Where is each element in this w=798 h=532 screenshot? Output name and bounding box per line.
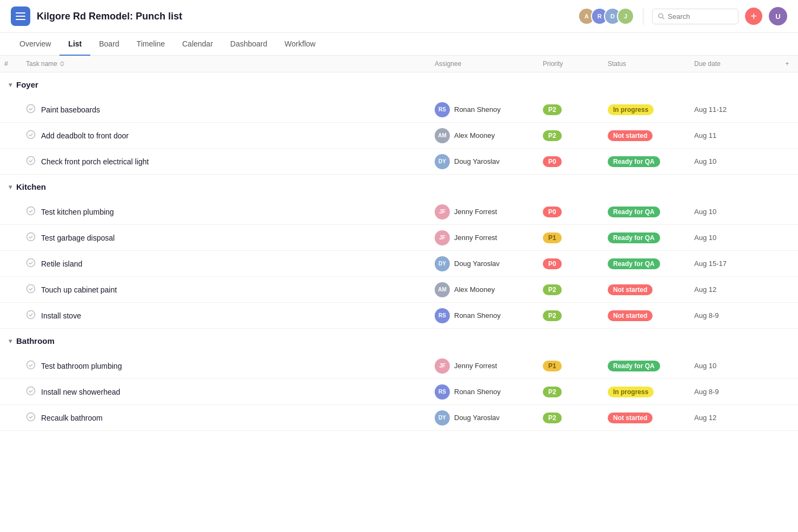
due-date: Aug 12 bbox=[690, 414, 776, 422]
status-badge[interactable]: Not started bbox=[608, 413, 653, 423]
check-icon[interactable] bbox=[26, 206, 36, 218]
check-icon[interactable] bbox=[26, 284, 36, 296]
priority-badge[interactable]: P2 bbox=[543, 310, 562, 321]
task-name: Install stove bbox=[41, 311, 81, 320]
status-badge[interactable]: Ready for QA bbox=[608, 156, 660, 167]
section-header-kitchen[interactable]: ▾Kitchen bbox=[0, 175, 798, 199]
assignee-avatar: AM bbox=[435, 128, 450, 143]
nav-tab-calendar[interactable]: Calendar bbox=[174, 33, 222, 56]
assignee-name: Doug Yaroslav bbox=[454, 414, 500, 422]
status-badge[interactable]: Not started bbox=[608, 310, 653, 321]
table-header: # Task name Assignee Priority Status Due… bbox=[0, 56, 798, 72]
section-header-bathroom[interactable]: ▾Bathroom bbox=[0, 329, 798, 353]
assignee-name: Doug Yaroslav bbox=[454, 157, 500, 165]
top-bar: Kilgore Rd Remodel: Punch list A R D J +… bbox=[0, 0, 798, 33]
col-priority: Priority bbox=[538, 60, 603, 68]
priority-badge[interactable]: P2 bbox=[543, 104, 562, 115]
priority-cell: P2 bbox=[538, 413, 603, 423]
col-add[interactable]: + bbox=[776, 60, 798, 68]
nav-tab-board[interactable]: Board bbox=[90, 33, 128, 56]
priority-badge[interactable]: P1 bbox=[543, 361, 562, 371]
check-icon[interactable] bbox=[26, 360, 36, 372]
priority-cell: P2 bbox=[538, 104, 603, 115]
due-date: Aug 12 bbox=[690, 285, 776, 294]
svg-point-8 bbox=[27, 207, 35, 215]
priority-badge[interactable]: P2 bbox=[543, 284, 562, 295]
task-name-cell: Test garbage disposal bbox=[22, 232, 430, 244]
priority-badge[interactable]: P1 bbox=[543, 232, 562, 243]
nav-tab-timeline[interactable]: Timeline bbox=[128, 33, 174, 56]
status-badge[interactable]: Not started bbox=[608, 284, 653, 295]
svg-point-12 bbox=[27, 310, 35, 318]
avatar-4[interactable]: J bbox=[617, 8, 634, 25]
check-icon[interactable] bbox=[26, 258, 36, 270]
assignee-name: Alex Mooney bbox=[454, 285, 495, 294]
check-icon[interactable] bbox=[26, 386, 36, 398]
status-badge[interactable]: In progress bbox=[608, 387, 654, 397]
search-input[interactable] bbox=[668, 12, 733, 21]
task-name-cell: Recaulk bathroom bbox=[22, 412, 430, 424]
task-name: Test kitchen plumbing bbox=[41, 208, 114, 216]
due-date: Aug 10 bbox=[690, 234, 776, 242]
assignee-avatar: JF bbox=[435, 204, 450, 220]
priority-badge[interactable]: P2 bbox=[543, 387, 562, 397]
task-name-cell: Test kitchen plumbing bbox=[22, 206, 430, 218]
priority-badge[interactable]: P0 bbox=[543, 156, 562, 167]
chevron-icon: ▾ bbox=[9, 337, 12, 345]
task-row: Retile island DY Doug Yaroslav P0 Ready … bbox=[0, 251, 798, 277]
assignee-avatar: DY bbox=[435, 410, 450, 425]
sort-icon[interactable] bbox=[59, 61, 65, 66]
check-icon[interactable] bbox=[26, 130, 36, 142]
status-badge[interactable]: Ready for QA bbox=[608, 258, 660, 269]
task-name: Install new showerhead bbox=[41, 388, 120, 396]
nav-tab-dashboard[interactable]: Dashboard bbox=[222, 33, 276, 56]
nav-tab-list[interactable]: List bbox=[59, 33, 90, 56]
priority-badge[interactable]: P0 bbox=[543, 258, 562, 269]
status-badge[interactable]: In progress bbox=[608, 104, 654, 115]
task-name-cell: Add deadbolt to front door bbox=[22, 130, 430, 142]
add-button[interactable]: + bbox=[745, 8, 762, 25]
check-icon[interactable] bbox=[26, 156, 36, 168]
task-name: Check front porch electrical light bbox=[41, 157, 149, 166]
section-title: Bathroom bbox=[16, 336, 55, 345]
check-icon[interactable] bbox=[26, 232, 36, 244]
check-icon[interactable] bbox=[26, 104, 36, 116]
status-cell: Not started bbox=[603, 130, 690, 141]
assignee-avatar: RS bbox=[435, 384, 450, 400]
priority-badge[interactable]: P0 bbox=[543, 207, 562, 217]
check-icon[interactable] bbox=[26, 310, 36, 322]
status-badge[interactable]: Not started bbox=[608, 130, 653, 141]
task-row: Recaulk bathroom DY Doug Yaroslav P2 Not… bbox=[0, 405, 798, 431]
nav-tab-workflow[interactable]: Workflow bbox=[276, 33, 324, 56]
status-cell: Ready for QA bbox=[603, 361, 690, 371]
chevron-icon: ▾ bbox=[9, 183, 12, 191]
nav-tab-overview[interactable]: Overview bbox=[11, 33, 59, 56]
check-icon[interactable] bbox=[26, 412, 36, 424]
priority-badge[interactable]: P2 bbox=[543, 413, 562, 423]
status-cell: Not started bbox=[603, 413, 690, 423]
assignee-name: Ronan Shenoy bbox=[454, 311, 501, 320]
search-box[interactable] bbox=[652, 9, 739, 24]
svg-point-11 bbox=[27, 284, 35, 292]
status-cell: In progress bbox=[603, 104, 690, 115]
col-num: # bbox=[0, 60, 22, 68]
status-badge[interactable]: Ready for QA bbox=[608, 232, 660, 243]
menu-button[interactable] bbox=[11, 6, 30, 26]
task-table: # Task name Assignee Priority Status Due… bbox=[0, 56, 798, 431]
status-badge[interactable]: Ready for QA bbox=[608, 207, 660, 217]
task-row: Check front porch electrical light DY Do… bbox=[0, 149, 798, 175]
task-row: Test bathroom plumbing JF Jenny Forrest … bbox=[0, 353, 798, 379]
status-badge[interactable]: Ready for QA bbox=[608, 361, 660, 371]
priority-badge[interactable]: P2 bbox=[543, 130, 562, 141]
current-user-avatar[interactable]: U bbox=[769, 7, 787, 25]
task-name-cell: Install stove bbox=[22, 310, 430, 322]
assignee-cell: JF Jenny Forrest bbox=[430, 204, 538, 220]
assignee-cell: DY Doug Yaroslav bbox=[430, 256, 538, 271]
task-name-cell: Install new showerhead bbox=[22, 386, 430, 398]
col-due: Due date bbox=[690, 60, 776, 68]
assignee-cell: DY Doug Yaroslav bbox=[430, 410, 538, 425]
assignee-avatar: RS bbox=[435, 102, 450, 117]
status-cell: Not started bbox=[603, 284, 690, 295]
section-header-foyer[interactable]: ▾Foyer bbox=[0, 72, 798, 97]
priority-cell: P0 bbox=[538, 156, 603, 167]
